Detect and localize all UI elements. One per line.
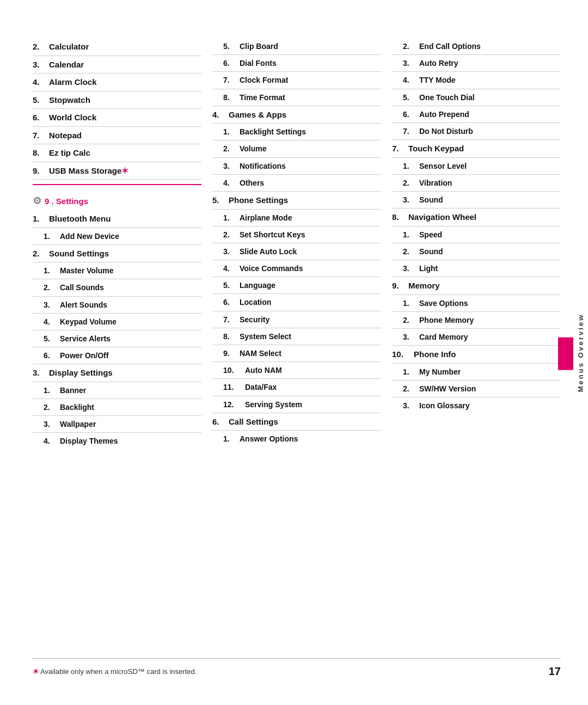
list-item: 1. Master Volume xyxy=(33,262,201,279)
list-item: 1. Speed xyxy=(392,226,561,243)
list-item: 1. Save Options xyxy=(392,295,561,312)
item-label: One Touch Dial xyxy=(419,93,561,102)
item-label: Banner xyxy=(60,385,201,395)
list-item: 2. Volume xyxy=(212,140,381,157)
item-label: Time Format xyxy=(240,93,381,102)
settings-heading: ⚙ 9 . Settings xyxy=(33,189,201,210)
list-item: 9. NAM Select xyxy=(212,345,381,362)
list-item: 12. Serving System xyxy=(212,396,381,413)
item-label: Airplane Mode xyxy=(240,213,381,223)
item-number: 1. xyxy=(44,385,60,395)
item-label: Phone Info xyxy=(414,349,561,360)
list-item: 3. Icon Glossary xyxy=(392,397,561,414)
list-item: 3. Slide Auto Lock xyxy=(212,243,381,260)
settings-label: 9 . Settings xyxy=(45,197,88,206)
item-label: Games & Apps xyxy=(229,109,381,120)
item-label: Location xyxy=(240,297,381,307)
item-number: 4. xyxy=(44,436,60,446)
list-item: 11. Data/Fax xyxy=(212,379,381,396)
item-number: 2. xyxy=(44,283,60,292)
item-label: Navigation Wheel xyxy=(408,212,561,223)
column-2: 5. Clip Board 6. Dial Fonts 7. Clock For… xyxy=(212,38,392,636)
list-item: 1. Airplane Mode xyxy=(212,210,381,226)
item-number: 11. xyxy=(223,382,245,392)
item-label: Alarm Clock xyxy=(49,77,201,88)
list-item: 1. My Number xyxy=(392,364,561,381)
item-number: 8. xyxy=(223,93,240,102)
list-item: 2. Sound Settings xyxy=(33,245,201,263)
list-item: 4. Games & Apps xyxy=(212,106,381,124)
item-label: Wallpaper xyxy=(60,419,201,429)
item-number: 2. xyxy=(403,384,419,394)
list-item: 4. Display Themes xyxy=(33,433,201,449)
item-label: Card Memory xyxy=(419,332,561,342)
list-item: 7. Security xyxy=(212,311,381,328)
list-item: 2. Set Shortcut Keys xyxy=(212,226,381,243)
footnote-asterisk: ✶ xyxy=(33,667,39,676)
item-label: Slide Auto Lock xyxy=(240,247,381,256)
list-item: 8. Time Format xyxy=(212,89,381,106)
item-number: 9. xyxy=(392,280,408,291)
list-item: 3. Calendar xyxy=(33,56,201,74)
item-number: 5. xyxy=(403,93,419,102)
item-label: Notifications xyxy=(240,161,381,171)
item-label: Serving System xyxy=(245,400,381,409)
item-number: 6. xyxy=(33,112,49,123)
list-item: 2. Vibration xyxy=(392,175,561,192)
item-label: Sensor Level xyxy=(419,161,561,171)
list-item: 6. Power On/Off xyxy=(33,347,201,364)
item-label: Display Themes xyxy=(60,436,201,446)
item-label: My Number xyxy=(419,367,561,377)
item-label: Volume xyxy=(240,144,381,154)
item-number: 8. xyxy=(223,332,240,341)
item-number: 2. xyxy=(33,248,49,259)
item-label: Save Options xyxy=(419,298,561,308)
item-label: Calendar xyxy=(49,59,201,70)
item-number: 4. xyxy=(212,109,229,120)
column-3: 2. End Call Options 3. Auto Retry 4. TTY… xyxy=(392,38,561,636)
item-label: Service Alerts xyxy=(60,334,201,344)
item-label: Clip Board xyxy=(240,41,381,51)
item-number: 1. xyxy=(403,161,419,171)
list-item: 9. Memory xyxy=(392,277,561,295)
star-marker: ✶ xyxy=(121,166,128,175)
item-number: 3. xyxy=(403,401,419,410)
item-label: Language xyxy=(240,280,381,290)
item-number: 2. xyxy=(403,178,419,188)
item-label: Voice Commands xyxy=(240,263,381,273)
item-label: Speed xyxy=(419,230,561,240)
item-number: 7. xyxy=(33,130,49,141)
list-item: 7. Notepad xyxy=(33,127,201,145)
list-item: 1. Banner xyxy=(33,382,201,399)
list-item: 6. Location xyxy=(212,294,381,311)
list-item: 4. Voice Commands xyxy=(212,260,381,277)
item-number: 5. xyxy=(44,334,60,344)
item-number: 2. xyxy=(44,402,60,412)
list-item: 3. Card Memory xyxy=(392,329,561,346)
list-item: 7. Do Not Disturb xyxy=(392,123,561,140)
item-label: Power On/Off xyxy=(60,351,201,360)
item-label: Call Settings xyxy=(229,416,381,427)
item-number: 5. xyxy=(212,195,229,206)
list-item: 6. World Clock xyxy=(33,109,201,127)
item-number: 3. xyxy=(223,247,240,256)
item-label: Alert Sounds xyxy=(60,300,201,310)
list-item: 1. Answer Options xyxy=(212,431,381,447)
list-item: 7. Clock Format xyxy=(212,72,381,89)
item-label: Add New Device xyxy=(60,231,201,241)
list-item: 2. Phone Memory xyxy=(392,312,561,329)
item-label: Sound Settings xyxy=(49,248,201,259)
list-item: 10. Phone Info xyxy=(392,346,561,364)
list-item: 6. Dial Fonts xyxy=(212,55,381,72)
list-item: 2. End Call Options xyxy=(392,38,561,55)
item-label: Sound xyxy=(419,247,561,256)
list-item: 5. Phone Settings xyxy=(212,192,381,210)
item-number: 9. xyxy=(33,165,49,176)
list-item: 3. Auto Retry xyxy=(392,55,561,72)
item-number: 4. xyxy=(223,263,240,273)
section-separator xyxy=(33,184,201,185)
item-label: Vibration xyxy=(419,178,561,188)
item-label: Data/Fax xyxy=(245,382,381,392)
item-number: 1. xyxy=(223,434,240,444)
item-label: Call Sounds xyxy=(60,283,201,292)
